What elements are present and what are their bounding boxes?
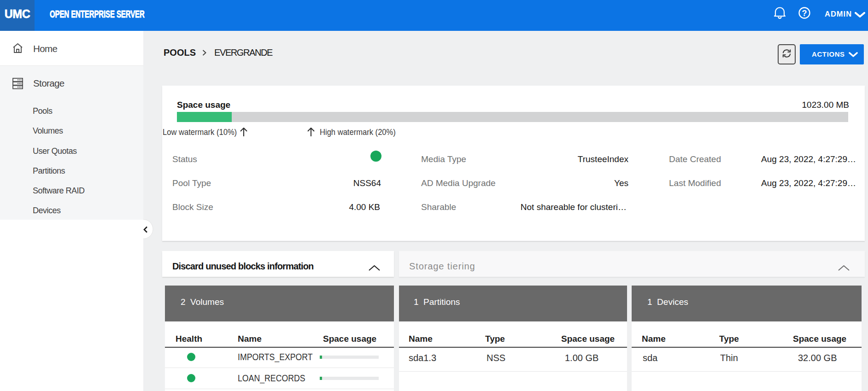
svg-text:?: ?: [802, 9, 807, 18]
